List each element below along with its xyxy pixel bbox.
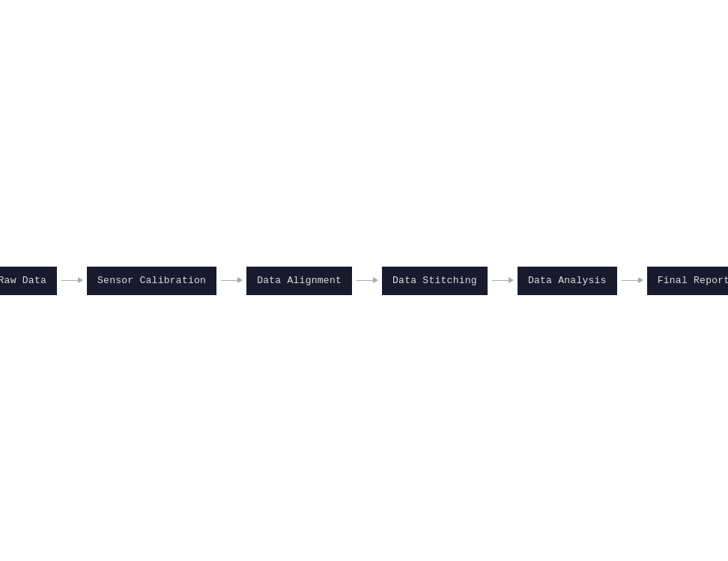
pipeline-node-data-analysis[interactable]: Data Analysis bbox=[518, 267, 617, 295]
pipeline-node-sensor-calibration[interactable]: Sensor Calibration bbox=[87, 267, 216, 295]
arrow-1 bbox=[216, 280, 246, 281]
pipeline-node-data-stitching[interactable]: Data Stitching bbox=[382, 267, 488, 295]
arrow-4 bbox=[617, 280, 647, 281]
arrow-0 bbox=[57, 280, 87, 281]
arrow-2 bbox=[352, 280, 382, 281]
pipeline-flow: Raw DataSensor CalibrationData Alignment… bbox=[0, 267, 728, 295]
pipeline-node-final-report[interactable]: Final Report bbox=[647, 267, 728, 295]
arrow-3 bbox=[488, 280, 518, 281]
pipeline-node-data-alignment[interactable]: Data Alignment bbox=[246, 267, 352, 295]
pipeline-node-raw-data[interactable]: Raw Data bbox=[0, 267, 57, 295]
